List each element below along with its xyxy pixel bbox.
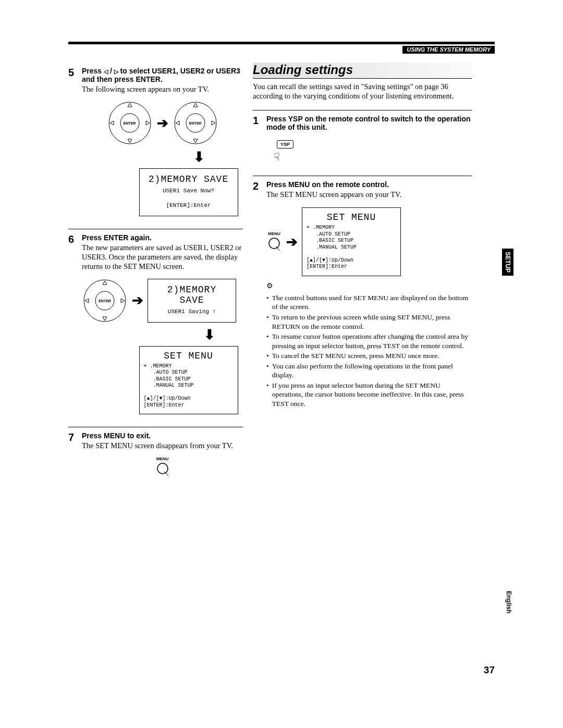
step-number: 2 <box>253 180 266 409</box>
arrow-right-icon: ➔ <box>286 234 298 250</box>
lcd-title: 2)MEMORY SAVE <box>152 285 231 305</box>
step-1-instruction: Press YSP on the remote control to switc… <box>266 115 472 131</box>
set-menu-title: SET MENU <box>144 351 234 361</box>
lcd-line: USER1 Save Now? <box>144 188 234 194</box>
svg-point-6 <box>157 463 168 474</box>
side-tab-english: English <box>504 589 513 615</box>
loading-settings-intro: You can recall the settings saved in "Sa… <box>253 82 472 101</box>
header-section-label: USING THE SYSTEM MEMORY <box>402 46 495 54</box>
round-button-icon <box>266 237 282 253</box>
step-5: 5 Press ◁ / ▷ to select USER1, USER2 or … <box>68 67 243 216</box>
step-number: 6 <box>68 233 82 414</box>
divider <box>68 427 243 427</box>
step-6-figure-row: ENTER ➔ 2)MEMORY SAVE USER1 Saving ! <box>82 278 243 324</box>
step-2-right: 2 Press MENU on the remote control. The … <box>253 180 472 409</box>
lcd-screen: 2)MEMORY SAVE USER1 Save Now? [ENTER]:En… <box>139 168 238 216</box>
step-5-instruction: Press ◁ / ▷ to select USER1, USER2 or US… <box>82 67 243 83</box>
list-item: To cancel the SET MENU screen, press MEN… <box>266 351 472 361</box>
list-item: If you press an input selector button du… <box>266 381 472 409</box>
remote-dpad-icon: ENTER <box>173 100 218 146</box>
remote-dpad-icon: ENTER <box>107 100 153 146</box>
lcd-title: 2)MEMORY SAVE <box>144 174 234 184</box>
remote-dpad-icon: ENTER <box>82 278 128 324</box>
step-7-instruction: Press MENU to exit. <box>82 431 243 440</box>
step-7-body: The SET MENU screen disappears from your… <box>82 441 243 450</box>
loading-settings-heading: Loading settings <box>253 63 472 79</box>
divider <box>253 176 472 176</box>
right-arrow-icon: ▷ <box>114 68 118 75</box>
step-6-instruction: Press ENTER again. <box>82 233 243 242</box>
svg-point-7 <box>269 238 279 249</box>
step-1-right: 1 Press YSP on the remote control to swi… <box>253 115 472 163</box>
lcd-line: USER1 Saving ! <box>152 309 231 315</box>
list-item: You can also perform the following opera… <box>266 362 472 380</box>
set-menu-screen: SET MENU + .MEMORY .AUTO SETUP .BASIC SE… <box>139 346 238 415</box>
step-2-body: The SET MENU screen appears on your TV. <box>266 190 472 199</box>
round-button-icon <box>155 462 170 478</box>
divider <box>253 110 472 110</box>
right-column: Loading settings You can recall the sett… <box>253 63 472 409</box>
arrow-right-icon: ➔ <box>157 115 168 131</box>
step-2-instruction: Press MENU on the remote control. <box>266 180 472 189</box>
list-item: The control buttons used for SET MENU ar… <box>266 293 472 312</box>
left-arrow-icon: ◁ <box>104 68 108 75</box>
page-number: 37 <box>484 664 495 676</box>
notes-list: The control buttons used for SET MENU ar… <box>266 293 472 409</box>
ysp-button: YSP <box>277 140 293 149</box>
lcd-line: [ENTER]:Enter <box>144 202 234 208</box>
set-menu-screen: SET MENU + .MEMORY .AUTO SETUP .BASIC SE… <box>302 207 401 276</box>
set-menu-lines: + .MEMORY .AUTO SETUP .BASIC SETUP .MANU… <box>307 225 396 270</box>
step-6: 6 Press ENTER again. The new parameters … <box>68 233 243 414</box>
text: Press <box>82 67 104 75</box>
arrow-down-icon: ⬇ <box>176 327 243 343</box>
arrow-right-icon: ➔ <box>132 292 143 309</box>
set-menu-lines: + .MEMORY .AUTO SETUP .BASIC SETUP .MANU… <box>144 363 234 409</box>
menu-label: MENU <box>268 231 280 236</box>
list-item: To return to the previous screen while u… <box>266 313 472 331</box>
menu-button-fig: MENU <box>266 231 282 253</box>
step-number: 1 <box>253 115 266 163</box>
note-icon: ⚙ <box>266 281 472 290</box>
left-column: 5 Press ◁ / ▷ to select USER1, USER2 or … <box>68 63 243 478</box>
step-7-figure: MENU <box>82 456 243 478</box>
step-5-figure-row: ENTER ➔ ENTER <box>82 100 243 146</box>
enter-label: ENTER <box>99 299 111 302</box>
step-6-body: The new parameters are saved as USER1, U… <box>82 243 243 271</box>
menu-label: MENU <box>156 456 169 461</box>
lcd-screen: 2)MEMORY SAVE USER1 Saving ! <box>148 279 236 323</box>
step-5-body: The following screen appears on your TV. <box>82 84 243 94</box>
step-number: 5 <box>68 67 82 216</box>
side-tab-setup: SETUP <box>502 249 513 276</box>
top-bar <box>68 42 495 44</box>
list-item: To resume cursor button operations after… <box>266 332 472 350</box>
ysp-button-fig: YSP ☟ <box>277 139 472 163</box>
enter-label: ENTER <box>189 121 202 125</box>
enter-label: ENTER <box>124 121 136 125</box>
step-number: 7 <box>68 431 82 478</box>
menu-button-fig: MENU <box>155 456 170 478</box>
set-menu-title: SET MENU <box>307 212 396 223</box>
arrow-down-icon: ⬇ <box>155 149 243 165</box>
divider <box>68 229 243 229</box>
hand-icon: ☟ <box>274 151 472 163</box>
step-7: 7 Press MENU to exit. The SET MENU scree… <box>68 431 243 478</box>
step-2-figure: MENU ➔ SET MENU + .MEMORY .AUTO SETUP .B… <box>266 207 472 276</box>
